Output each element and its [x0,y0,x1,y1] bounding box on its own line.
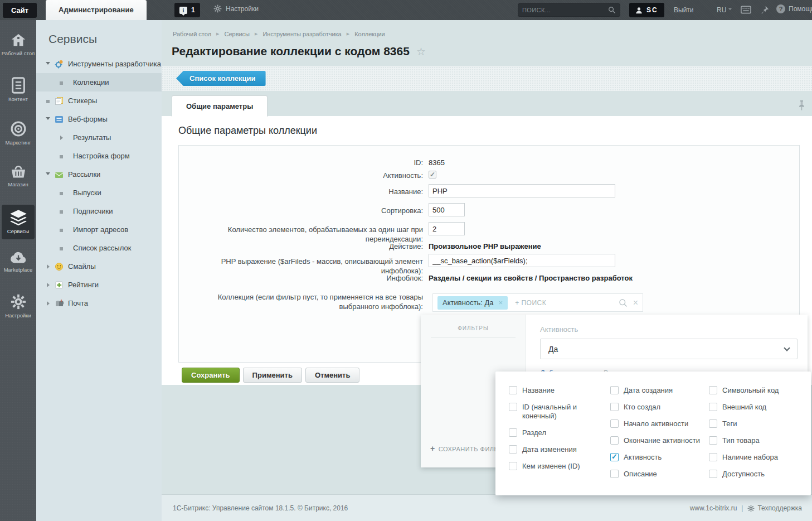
chevron-collapsed-icon[interactable] [47,264,52,269]
cancel-button[interactable]: Отменить [305,368,360,383]
activity-select[interactable]: Да [540,339,798,359]
admin-page: Сайт Администрирование i 1 Настройки [0,0,812,521]
sidebar-item-subscribers[interactable]: Подписчики [36,202,162,220]
field-option[interactable]: Название [509,386,605,395]
site-tab[interactable]: Сайт [3,3,37,18]
sidebar-item-issues[interactable]: Выпуски [36,184,162,202]
field-option[interactable]: Внешний код [709,403,805,412]
field-option[interactable]: Дата создания [610,386,706,395]
rail-item-desktop[interactable]: Рабочий стол [0,32,36,56]
field-option[interactable]: Кем изменен (ID) [509,462,605,471]
step-count-input[interactable] [429,222,465,235]
favorite-star-icon[interactable]: ☆ [416,45,426,58]
name-input[interactable] [429,184,615,197]
checkbox[interactable] [709,419,717,428]
checkbox[interactable] [509,445,517,454]
remove-tag-icon[interactable]: × [499,298,503,307]
field-option[interactable]: Раздел [509,428,605,437]
sidebar-item-ratings[interactable]: Рейтинги [36,276,162,294]
apply-button[interactable]: Применить [243,368,302,383]
sidebar-item-form-settings[interactable]: Настройка форм [36,147,162,165]
field-option[interactable]: Наличие набора [709,453,805,462]
field-option[interactable]: Активность [610,453,706,462]
notifications-button[interactable]: i 1 [174,3,200,17]
search-icon[interactable] [608,6,616,14]
breadcrumb-devtools[interactable]: Инструменты разработчика [262,31,341,37]
clear-filter-icon[interactable]: × [633,298,638,307]
checkbox[interactable] [610,470,619,478]
sidebar-item-mailings[interactable]: Рассылки [36,165,162,184]
checkbox[interactable] [709,386,717,394]
checkbox[interactable] [610,436,619,445]
hotkeys-keyboard-icon[interactable] [741,6,751,14]
field-option[interactable]: Кто создал [610,403,706,412]
help-button[interactable]: ? Помощь [776,4,812,13]
rail-item-content[interactable]: Контент [0,77,36,102]
field-option[interactable]: Окончание активности [610,436,706,445]
filter-search-placeholder[interactable]: + ПОИСК [515,299,619,307]
sidebar-item-devtools[interactable]: Инструменты разработчика [36,55,162,73]
chevron-expanded-icon[interactable] [46,117,50,122]
tab-general-params[interactable]: Общие параметры [172,95,268,117]
sidebar-item-smiles[interactable]: Смайлы [36,257,162,276]
checkbox[interactable] [610,403,619,411]
sidebar-item-results[interactable]: Результаты [36,128,162,147]
bitrix-site-link[interactable]: www.1c-bitrix.ru [690,504,737,512]
rail-item-settings[interactable]: Настройки [0,293,36,319]
field-option[interactable]: Дата изменения [509,445,605,454]
sidebar-item-mailing-list[interactable]: Список рассылок [36,239,162,257]
sort-input[interactable] [429,203,465,216]
checkbox[interactable] [509,386,517,394]
checkbox[interactable] [709,436,717,445]
sidebar-item-address-import[interactable]: Импорт адресов [36,220,162,239]
field-option[interactable]: ID (начальный и конечный) [509,403,605,421]
pin-form-icon[interactable] [798,100,805,110]
chevron-collapsed-icon[interactable] [47,283,52,287]
checkbox[interactable] [509,462,517,470]
admin-tab[interactable]: Администрирование [46,0,147,20]
topbar-settings-button[interactable]: Настройки [213,4,259,13]
search-icon[interactable] [619,298,628,307]
sidebar-item-collections[interactable]: Коллекции [36,73,162,91]
user-menu-button[interactable]: SC [629,3,664,17]
field-option[interactable]: Тип товара [709,436,805,445]
rail-item-services[interactable]: Сервисы [2,205,35,239]
breadcrumb-desktop[interactable]: Рабочий стол [173,31,211,37]
activity-checkbox[interactable] [429,171,436,179]
collection-filter-search-box[interactable]: Активность: Да × + ПОИСК × [432,293,643,312]
checkbox[interactable] [610,386,619,394]
search-input[interactable] [522,7,608,13]
php-expression-input[interactable] [429,254,615,267]
chevron-expanded-icon[interactable] [46,172,50,177]
field-option[interactable]: Теги [709,419,805,428]
breadcrumb-collections[interactable]: Коллекции [354,31,385,37]
language-selector[interactable]: RU [717,6,732,14]
checkbox[interactable] [709,403,717,411]
filter-tag[interactable]: Активность: Да × [437,296,508,310]
sidebar-item-stickers[interactable]: Стикеры [36,91,162,110]
rail-item-marketplace[interactable]: Marketplace [0,250,36,273]
pin-icon[interactable] [760,6,769,15]
sidebar-item-webforms[interactable]: Веб-формы [36,110,162,128]
checkbox[interactable] [709,453,717,461]
chevron-expanded-icon[interactable] [46,62,50,67]
chevron-collapsed-icon[interactable] [47,301,52,306]
rail-item-marketing[interactable]: Маркетинг [0,120,36,146]
collection-list-button[interactable]: Список коллекции [176,71,266,86]
field-option[interactable]: Доступность [709,470,805,479]
checkbox[interactable] [610,453,619,461]
sidebar-item-mail[interactable]: Почта [36,294,162,312]
logout-link[interactable]: Выйти [674,6,694,14]
field-option[interactable]: Описание [610,470,706,479]
field-option[interactable]: Начало активности [610,419,706,428]
checkbox[interactable] [610,419,619,428]
checkbox[interactable] [509,428,517,437]
field-option[interactable]: Символьный код [709,386,805,395]
chevron-collapsed-icon[interactable] [60,136,65,140]
rail-item-store[interactable]: Магазин [0,163,36,187]
support-link[interactable]: Техподдержка [747,504,802,512]
checkbox[interactable] [709,470,717,478]
save-button[interactable]: Сохранить [182,368,240,383]
checkbox[interactable] [509,403,517,411]
breadcrumb-services[interactable]: Сервисы [224,31,250,37]
